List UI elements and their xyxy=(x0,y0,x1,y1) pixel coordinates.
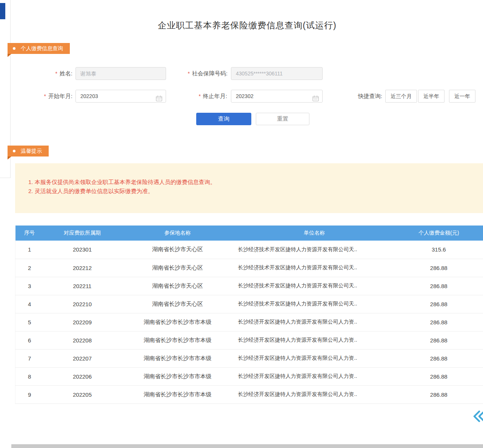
table-cell: 1 xyxy=(15,241,44,259)
table-cell: 长沙经济开发区捷特人力资源开发有限公司人力资.. xyxy=(234,331,395,349)
col-period: 对应费款所属期 xyxy=(44,226,121,241)
table-cell: 2 xyxy=(15,259,44,277)
name-field: 谢旭泰 xyxy=(75,67,166,80)
table-row: 4202210湖南省长沙市天心区长沙经济技术开发区捷特人力资源开发有限公司天..… xyxy=(15,295,483,313)
table-cell: 3 xyxy=(15,277,44,295)
payment-table-header: 序号 对应费款所属期 参保地名称 单位名称 个人缴费金额(元) xyxy=(15,226,483,241)
table-cell: 长沙经济开发区捷特人力资源开发有限公司人力资.. xyxy=(234,313,395,331)
quick-query-label: 快捷查询: xyxy=(350,90,382,103)
table-cell: 286.88 xyxy=(395,331,483,349)
table-cell: 长沙经济技术开发区捷特人力资源开发有限公司天.. xyxy=(234,295,395,313)
table-cell: 202301 xyxy=(44,241,121,259)
table-cell: 286.88 xyxy=(395,259,483,277)
calendar-icon[interactable] xyxy=(156,94,162,106)
section-badge-query: 个人缴费信息查询 xyxy=(8,43,70,54)
table-row: 3202211湖南省长沙市天心区长沙经济技术开发区捷特人力资源开发有限公司天..… xyxy=(15,277,483,295)
table-cell: 湖南省长沙市长沙市市本级 xyxy=(121,385,234,404)
table-cell: 286.88 xyxy=(395,367,483,385)
quick-option-halfyear[interactable]: 近半年 xyxy=(418,90,445,103)
ssn-field: 430525******306111 xyxy=(231,67,323,80)
table-row: 9202205湖南省长沙市长沙市市本级长沙经济开发区捷特人力资源开发有限公司人力… xyxy=(15,385,483,404)
table-cell: 202209 xyxy=(44,313,121,331)
payment-table: 序号 对应费款所属期 参保地名称 单位名称 个人缴费金额(元) 1202301湖… xyxy=(15,226,483,404)
table-cell: 长沙经济技术开发区捷特人力资源开发有限公司天.. xyxy=(234,259,395,277)
bullet-dot-icon xyxy=(13,150,15,152)
table-cell: 286.88 xyxy=(395,349,483,367)
table-row: 1202301湖南省长沙市天心区长沙经济技术开发区捷特人力资源开发有限公司天..… xyxy=(15,241,483,259)
tips-notice-box: 1. 本服务仅提供尚未领取企业职工基本养老保险待遇人员的缴费信息查询。 2. 灵… xyxy=(15,163,483,213)
table-cell: 湖南省长沙市长沙市市本级 xyxy=(121,313,234,331)
table-cell: 7 xyxy=(15,349,44,367)
required-mark: * xyxy=(198,93,200,99)
quick-option-1year[interactable]: 近一年 xyxy=(449,90,475,103)
table-cell: 湖南省长沙市天心区 xyxy=(121,277,234,295)
table-cell: 202207 xyxy=(44,349,121,367)
corner-tab xyxy=(0,3,5,19)
horizontal-scrollbar[interactable] xyxy=(11,444,483,448)
quick-option-3months[interactable]: 近三个月 xyxy=(385,90,417,103)
table-cell: 湖南省长沙市天心区 xyxy=(121,295,234,313)
table-cell: 湖南省长沙市天心区 xyxy=(121,241,234,259)
table-row: 7202207湖南省长沙市长沙市市本级长沙经济开发区捷特人力资源开发有限公司人力… xyxy=(15,349,483,367)
calendar-icon[interactable] xyxy=(312,94,319,106)
table-cell: 202208 xyxy=(44,331,121,349)
col-insured-place: 参保地名称 xyxy=(121,226,234,241)
double-chevron-left-icon[interactable] xyxy=(470,408,483,425)
table-cell: 长沙经济技术开发区捷特人力资源开发有限公司天.. xyxy=(234,277,395,295)
table-cell: 286.88 xyxy=(395,385,483,404)
table-cell: 长沙经济技术开发区捷特人力资源开发有限公司天.. xyxy=(234,241,395,259)
col-seq: 序号 xyxy=(15,226,44,241)
table-cell: 湖南省长沙市天心区 xyxy=(121,259,234,277)
start-month-field[interactable]: 202203 xyxy=(75,90,166,103)
table-cell: 湖南省长沙市长沙市市本级 xyxy=(121,349,234,367)
table-cell: 286.88 xyxy=(395,295,483,313)
start-month-label: *开始年月: xyxy=(28,90,72,103)
tip-line-2: 2. 灵活就业人员的缴费单位信息以实际缴费为准。 xyxy=(28,187,216,196)
page-title: 企业职工基本养老保险缴费信息查询(试运行) xyxy=(11,20,483,31)
table-cell: 286.88 xyxy=(395,313,483,331)
table-cell: 202210 xyxy=(44,295,121,313)
table-cell: 286.88 xyxy=(395,277,483,295)
table-row: 6202208湖南省长沙市长沙市市本级长沙经济开发区捷特人力资源开发有限公司人力… xyxy=(15,331,483,349)
ssn-label: *社会保障号码: xyxy=(172,67,228,80)
query-button[interactable]: 查询 xyxy=(196,113,251,125)
col-amount: 个人缴费金额(元) xyxy=(395,226,483,241)
table-cell: 湖南省长沙市长沙市市本级 xyxy=(121,331,234,349)
end-month-field[interactable]: 202302 xyxy=(231,90,323,103)
bullet-dot-icon xyxy=(13,47,15,50)
table-cell: 202211 xyxy=(44,277,121,295)
table-cell: 长沙经济开发区捷特人力资源开发有限公司人力资.. xyxy=(234,367,395,385)
table-cell: 202205 xyxy=(44,385,121,404)
table-cell: 长沙经济开发区捷特人力资源开发有限公司人力资.. xyxy=(234,349,395,367)
col-employer: 单位名称 xyxy=(234,226,395,241)
table-cell: 202206 xyxy=(44,367,121,385)
table-cell: 315.6 xyxy=(395,241,483,259)
section-badge-tips: 温馨提示 xyxy=(8,146,49,156)
required-mark: * xyxy=(44,93,46,99)
table-cell: 湖南省长沙市长沙市市本级 xyxy=(121,367,234,385)
required-mark: * xyxy=(188,71,189,77)
end-month-label: *终止年月: xyxy=(185,90,227,103)
table-row: 5202209湖南省长沙市长沙市市本级长沙经济开发区捷特人力资源开发有限公司人力… xyxy=(15,313,483,331)
table-cell: 6 xyxy=(15,331,44,349)
table-row: 8202206湖南省长沙市长沙市市本级长沙经济开发区捷特人力资源开发有限公司人力… xyxy=(15,367,483,385)
table-cell: 长沙经济开发区捷特人力资源开发有限公司人力资.. xyxy=(234,385,395,404)
tip-line-1: 1. 本服务仅提供尚未领取企业职工基本养老保险待遇人员的缴费信息查询。 xyxy=(28,178,216,187)
reset-button[interactable]: 重置 xyxy=(256,113,309,125)
table-cell: 4 xyxy=(15,295,44,313)
table-row: 2202212湖南省长沙市天心区长沙经济技术开发区捷特人力资源开发有限公司天..… xyxy=(15,259,483,277)
required-mark: * xyxy=(55,71,57,77)
section-badge-query-label: 个人缴费信息查询 xyxy=(21,43,63,54)
section-badge-tips-label: 温馨提示 xyxy=(21,146,42,156)
table-cell: 5 xyxy=(15,313,44,331)
table-cell: 8 xyxy=(15,367,44,385)
name-label: *姓名: xyxy=(38,67,72,80)
table-body: 1202301湖南省长沙市天心区长沙经济技术开发区捷特人力资源开发有限公司天..… xyxy=(15,241,483,404)
table-cell: 9 xyxy=(15,385,44,404)
table-cell: 202212 xyxy=(44,259,121,277)
